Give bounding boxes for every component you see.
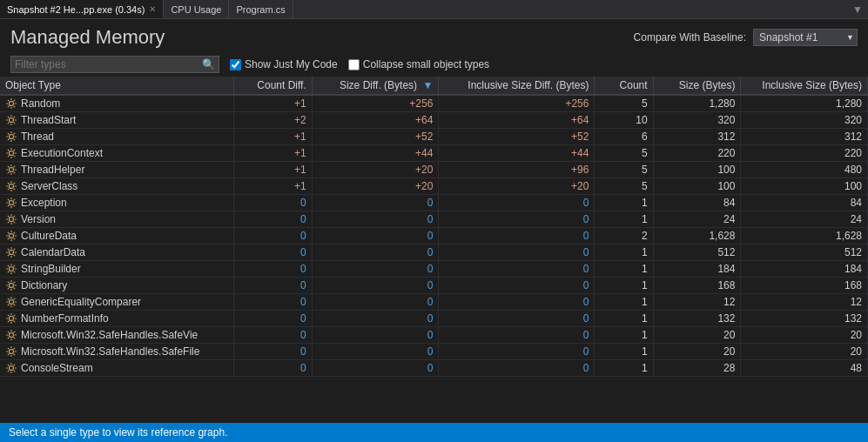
cell-count-diff: 0 bbox=[234, 311, 313, 327]
cell-inc-size: 1,280 bbox=[741, 95, 868, 112]
cell-size-diff: 0 bbox=[312, 195, 439, 211]
cell-type: Thread bbox=[0, 129, 234, 145]
cell-count: 1 bbox=[595, 360, 653, 377]
type-icon bbox=[5, 279, 17, 291]
cell-count-diff: 0 bbox=[234, 244, 313, 261]
filter-input[interactable] bbox=[15, 58, 202, 70]
col-header-inc-size[interactable]: Inclusive Size (Bytes) bbox=[741, 77, 868, 95]
table-row[interactable]: ExecutionContext +1 +44 +44 5 220 220 bbox=[0, 145, 868, 162]
cell-count-diff: 0 bbox=[234, 195, 313, 211]
cell-type: Random bbox=[0, 95, 234, 112]
type-icon bbox=[5, 296, 17, 308]
cell-count: 1 bbox=[595, 261, 653, 278]
svg-point-10 bbox=[10, 267, 14, 271]
col-header-inc-size-diff[interactable]: Inclusive Size Diff. (Bytes) bbox=[439, 77, 595, 95]
close-icon[interactable]: ✕ bbox=[149, 4, 156, 14]
cell-inc-size: 1,628 bbox=[741, 228, 868, 244]
show-just-my-code-checkbox[interactable]: Show Just My Code bbox=[230, 58, 338, 70]
filter-box: 🔍 bbox=[10, 56, 219, 73]
cell-count: 1 bbox=[595, 294, 653, 311]
data-table: Object Type Count Diff. Size Diff. (Byte… bbox=[0, 77, 868, 377]
cell-size: 24 bbox=[653, 211, 741, 228]
cell-inc-size-diff: +44 bbox=[439, 145, 595, 162]
svg-point-2 bbox=[10, 135, 14, 139]
compare-select-wrapper[interactable]: Snapshot #1 bbox=[753, 29, 858, 46]
cell-inc-size-diff: +52 bbox=[439, 129, 595, 145]
table-row[interactable]: CultureData 0 0 0 2 1,628 1,628 bbox=[0, 228, 868, 244]
cell-type: Microsoft.Win32.SafeHandles.SafeVie bbox=[0, 327, 234, 344]
cell-count-diff: +1 bbox=[234, 129, 313, 145]
tab-program-cs[interactable]: Program.cs bbox=[229, 0, 293, 18]
table-row[interactable]: Dictionary 0 0 0 1 168 168 bbox=[0, 278, 868, 294]
col-header-count[interactable]: Count bbox=[595, 77, 653, 95]
cell-inc-size: 24 bbox=[741, 211, 868, 228]
cell-count: 1 bbox=[595, 195, 653, 211]
cell-count: 1 bbox=[595, 311, 653, 327]
collapse-small-objects-checkbox[interactable]: Collapse small object types bbox=[348, 58, 489, 70]
type-icon bbox=[5, 131, 17, 143]
cell-type: NumberFormatInfo bbox=[0, 311, 234, 327]
tab-cpu-usage[interactable]: CPU Usage bbox=[164, 0, 229, 18]
type-icon bbox=[5, 362, 17, 374]
table-container: Object Type Count Diff. Size Diff. (Byte… bbox=[0, 77, 868, 385]
cell-inc-size-diff: 0 bbox=[439, 294, 595, 311]
cell-size-diff: 0 bbox=[312, 294, 439, 311]
cell-count: 1 bbox=[595, 278, 653, 294]
page-header: Managed Memory Compare With Baseline: Sn… bbox=[0, 19, 868, 52]
svg-point-1 bbox=[10, 118, 14, 123]
table-row[interactable]: Microsoft.Win32.SafeHandles.SafeFile 0 0… bbox=[0, 344, 868, 360]
col-header-type[interactable]: Object Type bbox=[0, 77, 234, 95]
table-row[interactable]: ThreadHelper +1 +20 +96 5 100 480 bbox=[0, 162, 868, 178]
cell-type: Version bbox=[0, 211, 234, 228]
type-icon bbox=[5, 312, 17, 325]
col-header-size[interactable]: Size (Bytes) bbox=[653, 77, 741, 95]
status-text: Select a single type to view its referen… bbox=[9, 426, 227, 439]
table-row[interactable]: Random +1 +256 +256 5 1,280 1,280 bbox=[0, 95, 868, 112]
table-header-row: Object Type Count Diff. Size Diff. (Byte… bbox=[0, 77, 868, 95]
cell-size: 320 bbox=[653, 112, 741, 129]
cell-size-diff: 0 bbox=[312, 344, 439, 360]
show-just-my-code-input[interactable] bbox=[230, 59, 241, 70]
svg-point-5 bbox=[10, 184, 14, 189]
cell-size: 168 bbox=[653, 278, 741, 294]
table-row[interactable]: Exception 0 0 0 1 84 84 bbox=[0, 195, 868, 211]
tab-snapshot[interactable]: Snapshot #2 He...pp.exe (0.34s) ✕ bbox=[0, 0, 164, 18]
cell-count: 2 bbox=[595, 228, 653, 244]
col-header-size-diff[interactable]: Size Diff. (Bytes) ▼ bbox=[312, 77, 439, 95]
type-icon bbox=[5, 246, 17, 258]
sort-icon: ▼ bbox=[422, 79, 433, 91]
cell-inc-size: 320 bbox=[741, 112, 868, 129]
show-just-my-code-label: Show Just My Code bbox=[245, 58, 338, 70]
cell-type: ThreadHelper bbox=[0, 162, 234, 178]
cell-inc-size-diff: +20 bbox=[439, 178, 595, 195]
cell-count: 1 bbox=[595, 211, 653, 228]
table-row[interactable]: Microsoft.Win32.SafeHandles.SafeVie 0 0 … bbox=[0, 327, 868, 344]
cell-inc-size: 20 bbox=[741, 327, 868, 344]
table-row[interactable]: GenericEqualityComparer 0 0 0 1 12 12 bbox=[0, 294, 868, 311]
cell-size-diff: 0 bbox=[312, 327, 439, 344]
cell-inc-size-diff: 0 bbox=[439, 327, 595, 344]
svg-point-3 bbox=[10, 151, 14, 156]
type-icon bbox=[5, 97, 17, 110]
compare-dropdown[interactable]: Snapshot #1 bbox=[753, 29, 858, 46]
table-row[interactable]: NumberFormatInfo 0 0 0 1 132 132 bbox=[0, 311, 868, 327]
table-row[interactable]: Thread +1 +52 +52 6 312 312 bbox=[0, 129, 868, 145]
cell-count: 5 bbox=[595, 95, 653, 112]
tabs-dropdown-arrow[interactable]: ▼ bbox=[847, 3, 868, 16]
collapse-small-objects-input[interactable] bbox=[348, 59, 360, 70]
table-row[interactable]: CalendarData 0 0 0 1 512 512 bbox=[0, 244, 868, 261]
col-header-count-diff[interactable]: Count Diff. bbox=[234, 77, 313, 95]
cell-size: 184 bbox=[653, 261, 741, 278]
table-row[interactable]: ThreadStart +2 +64 +64 10 320 320 bbox=[0, 112, 868, 129]
cell-type: ConsoleStream bbox=[0, 360, 234, 377]
table-row[interactable]: StringBuilder 0 0 0 1 184 184 bbox=[0, 261, 868, 278]
table-row[interactable]: Version 0 0 0 1 24 24 bbox=[0, 211, 868, 228]
cell-inc-size-diff: 0 bbox=[439, 311, 595, 327]
table-row[interactable]: ServerClass +1 +20 +20 5 100 100 bbox=[0, 178, 868, 195]
cell-count-diff: 0 bbox=[234, 261, 313, 278]
toolbar: 🔍 Show Just My Code Collapse small objec… bbox=[0, 52, 868, 77]
cell-size: 220 bbox=[653, 145, 741, 162]
cell-inc-size: 512 bbox=[741, 244, 868, 261]
search-icon[interactable]: 🔍 bbox=[202, 58, 215, 70]
table-row[interactable]: ConsoleStream 0 0 0 1 28 48 bbox=[0, 360, 868, 377]
